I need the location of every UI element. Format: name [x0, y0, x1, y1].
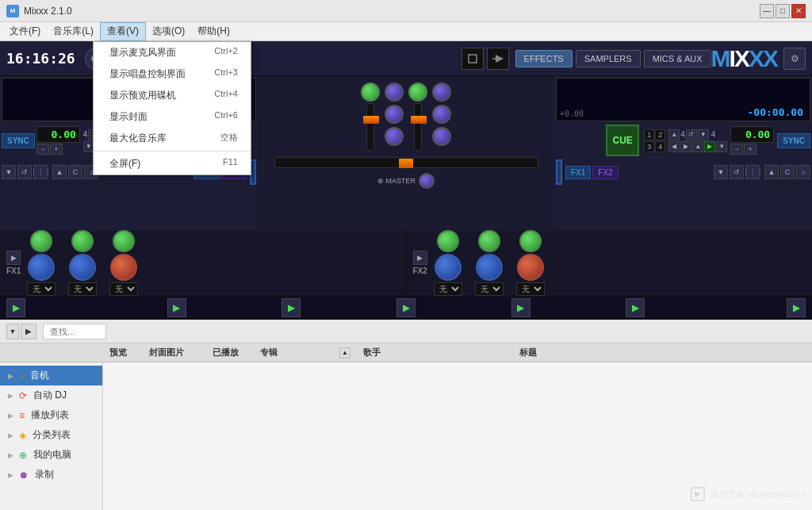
up-arrow-left[interactable]: ▲: [52, 165, 67, 179]
library-search-input[interactable]: [43, 324, 106, 339]
fx1-dropdown-2[interactable]: 无: [68, 282, 97, 296]
transport-play-1[interactable]: ▶: [6, 298, 25, 317]
eq-high-knob-1[interactable]: [385, 82, 404, 102]
back-btn-right[interactable]: ◀: [668, 141, 680, 152]
fx1-dropdown-1[interactable]: 无: [27, 282, 56, 296]
sort-indicator[interactable]: ▲: [339, 347, 350, 359]
bpm-plus-right[interactable]: +: [744, 144, 756, 155]
fx2-knob-3[interactable]: [517, 254, 544, 281]
headphone-knob-2[interactable]: [408, 82, 427, 102]
fx1-knob-2[interactable]: [69, 254, 96, 281]
mics-aux-button[interactable]: MICS & AUX: [644, 50, 711, 67]
up-arrow-right[interactable]: ▲: [764, 165, 779, 179]
loop-down-right[interactable]: ▼: [698, 129, 709, 140]
samplers-button[interactable]: SAMPLERS: [576, 50, 641, 67]
broadcast-icon[interactable]: [487, 48, 509, 70]
fx2-expand[interactable]: ▶: [413, 251, 427, 265]
fx1-power-3[interactable]: [113, 230, 135, 252]
fx1-power-1[interactable]: [30, 230, 52, 252]
note-right[interactable]: ♪: [796, 165, 810, 179]
close-button[interactable]: ✕: [791, 4, 806, 18]
fx2-dropdown-2[interactable]: 无: [475, 282, 504, 296]
transport-play-4[interactable]: ▶: [396, 298, 416, 317]
fx2-btn-right[interactable]: FX2: [592, 166, 618, 179]
eq-low-knob-2[interactable]: [432, 127, 451, 146]
menu-file[interactable]: 文件(F): [3, 22, 47, 41]
fx2-power-2[interactable]: [478, 230, 500, 252]
fx2-power-1[interactable]: [437, 230, 459, 252]
dropdown-item-vinyl[interactable]: 显示唱盘控制界面 Ctrl+3: [94, 63, 251, 85]
restore-button[interactable]: □: [776, 4, 790, 18]
library-tree-item-playlists[interactable]: ▶ ≡ 播放列表: [0, 405, 102, 425]
eq-mid-knob-1[interactable]: [385, 105, 404, 124]
fx1-dropdown-3[interactable]: 无: [109, 282, 138, 296]
headphone-knob-1[interactable]: [361, 82, 380, 102]
play-btn-right[interactable]: ▶: [704, 141, 715, 152]
crossfader[interactable]: [274, 157, 538, 168]
bpm-minus-right[interactable]: −: [730, 144, 743, 155]
fx2-power-3[interactable]: [519, 230, 542, 252]
minimize-button[interactable]: —: [760, 4, 774, 18]
dropdown-item-cover[interactable]: 显示封面 Ctrl+6: [94, 106, 251, 128]
sync-button-left[interactable]: SYNC: [2, 133, 35, 148]
dropdown-item-maximize[interactable]: 最大化音乐库 空格: [94, 128, 251, 149]
c-btn-left[interactable]: C: [68, 165, 82, 179]
library-play-btn[interactable]: ▶: [21, 324, 36, 339]
loop-1-right[interactable]: 1: [644, 129, 654, 140]
channel-fader-1[interactable]: [366, 103, 374, 151]
transport-play-3[interactable]: ▶: [282, 298, 301, 317]
c-btn-right[interactable]: C: [780, 165, 795, 179]
settings-button[interactable]: ⚙: [783, 48, 806, 70]
eq-mid-knob-2[interactable]: [432, 105, 451, 124]
fx2-knob-2[interactable]: [476, 254, 503, 281]
library-tree-item-auto-dj[interactable]: ▶ ⟳ 自动 DJ: [0, 385, 102, 405]
fx1-btn-right[interactable]: FX1: [565, 166, 591, 179]
transport-play-5[interactable]: ▶: [511, 298, 530, 317]
record-button[interactable]: [462, 48, 484, 70]
loop-up-right2[interactable]: ▲: [692, 141, 703, 152]
eq-low-knob-1[interactable]: [385, 127, 404, 146]
transport-play-7[interactable]: ▶: [787, 298, 806, 317]
loop-2-right[interactable]: 2: [655, 129, 665, 140]
fx1-knob-3[interactable]: [110, 254, 137, 281]
down-arrow-right[interactable]: ▼: [714, 165, 728, 179]
eq-high-knob-2[interactable]: [432, 82, 451, 102]
fx1-power-2[interactable]: [71, 230, 94, 252]
dropdown-item-preview[interactable]: 显示预览用碟机 Ctrl+4: [94, 85, 251, 106]
bpm-minus-left[interactable]: −: [36, 144, 49, 155]
library-tree-item-music[interactable]: ▶ ♪ 音机: [0, 366, 102, 385]
deck-right-fx-row: FX1 FX2 ▼ ↺ ⋮⋮⋮ ▲ C ♪: [556, 158, 810, 186]
fx2-knob-1[interactable]: [435, 254, 462, 281]
dropdown-item-fullscreen[interactable]: 全屏(F) F11: [94, 153, 251, 174]
fx2-dropdown-1[interactable]: 无: [434, 282, 462, 296]
fwd-btn-right[interactable]: ▶: [680, 141, 691, 152]
bpm-plus-left[interactable]: +: [50, 144, 63, 155]
library-collapse-btn[interactable]: ▼: [6, 324, 19, 339]
fx2-dropdown-3[interactable]: 无: [516, 282, 545, 296]
effects-button[interactable]: EFFECTS: [515, 50, 573, 67]
library-tree-item-record[interactable]: ▶ ⏺ 录制: [0, 465, 102, 485]
menu-help[interactable]: 帮助(H): [191, 22, 236, 41]
loop-4-right[interactable]: 4: [655, 141, 665, 152]
channel-fader-2[interactable]: [414, 103, 422, 151]
master-knob[interactable]: [419, 173, 435, 189]
loop-up-right[interactable]: ▲: [668, 129, 680, 140]
loop-down-right2[interactable]: ▼: [716, 141, 727, 152]
menu-options[interactable]: 选项(O): [146, 22, 191, 41]
fx1-knob-1[interactable]: [28, 254, 55, 281]
down-arrow-left[interactable]: ▼: [2, 165, 16, 179]
loop-reloop-right[interactable]: ↺: [686, 129, 697, 140]
transport-play-6[interactable]: ▶: [626, 298, 645, 317]
beats-left[interactable]: ⋮⋮⋮: [33, 165, 48, 179]
loop-3-right[interactable]: 3: [644, 141, 654, 152]
library-tree-item-categories[interactable]: ▶ ◈ 分类列表: [0, 425, 102, 445]
transport-play-2[interactable]: ▶: [167, 298, 186, 317]
menu-library[interactable]: 音乐库(L): [47, 22, 100, 41]
library-tree-item-my[interactable]: ▶ ⊕ 我的电脑: [0, 445, 102, 465]
beats-right[interactable]: ⋮⋮⋮: [745, 165, 760, 179]
dropdown-item-microphone[interactable]: 显示麦克风界面 Ctrl+2: [94, 42, 251, 63]
menu-view[interactable]: 查看(V): [100, 22, 146, 41]
cue-button-right[interactable]: CUE: [606, 125, 639, 156]
fx1-expand[interactable]: ▶: [6, 251, 21, 265]
sync-button-right[interactable]: SYNC: [777, 133, 810, 148]
